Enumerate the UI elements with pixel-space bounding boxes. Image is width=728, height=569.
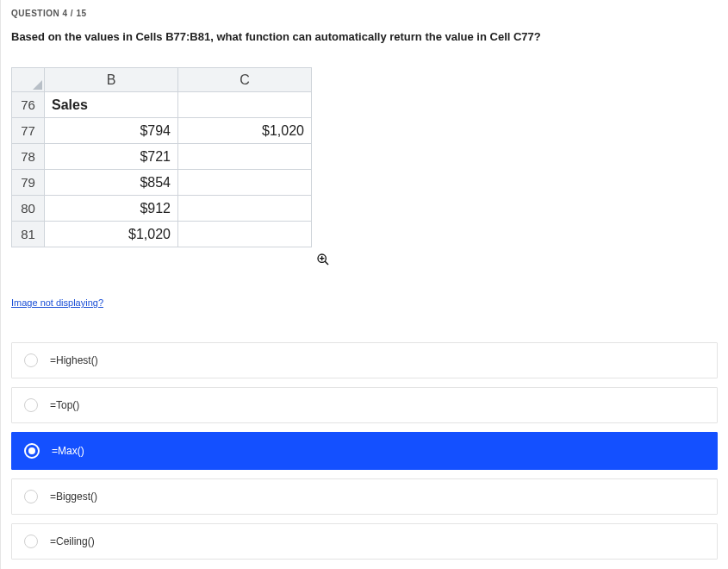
answer-option[interactable]: =Max() (11, 432, 718, 470)
corner-cell (12, 68, 45, 92)
cell-b: $854 (45, 170, 178, 196)
svg-line-1 (325, 261, 328, 265)
spreadsheet-table: B C 76Sales77$794$1,02078$72179$85480$91… (11, 67, 312, 247)
row-header: 79 (12, 170, 45, 196)
answer-label: =Highest() (50, 354, 98, 366)
cell-b: $794 (45, 118, 178, 144)
col-header-c: C (178, 68, 312, 92)
cell-c (178, 144, 312, 170)
zoom-icon[interactable] (316, 253, 330, 270)
radio-icon (24, 353, 38, 367)
cell-c: $1,020 (178, 118, 312, 144)
radio-icon (24, 443, 40, 459)
options-list: =Highest()=Top()=Max()=Biggest()=Ceiling… (11, 342, 718, 560)
radio-icon (24, 535, 38, 548)
answer-label: =Biggest() (50, 491, 97, 503)
row-header: 78 (12, 144, 45, 170)
cell-c (178, 222, 312, 247)
cell-b: $721 (45, 144, 178, 170)
cell-c (178, 196, 312, 222)
cell-b: $912 (45, 196, 178, 222)
image-not-displaying-link[interactable]: Image not displaying? (11, 297, 103, 308)
col-header-b: B (45, 68, 178, 92)
radio-icon (24, 490, 38, 503)
cell-c (178, 170, 312, 196)
answer-option[interactable]: =Highest() (11, 342, 718, 378)
radio-icon (24, 398, 38, 412)
cell-b: Sales (45, 92, 178, 118)
answer-label: =Ceiling() (50, 535, 95, 547)
answer-label: =Max() (52, 445, 84, 457)
answer-option[interactable]: =Ceiling() (11, 523, 718, 560)
answer-option[interactable]: =Top() (11, 387, 718, 423)
row-header: 80 (12, 196, 45, 222)
question-counter: QUESTION 4 / 15 (11, 9, 718, 18)
answer-label: =Top() (50, 399, 79, 411)
answer-option[interactable]: =Biggest() (11, 478, 718, 515)
row-header: 76 (12, 92, 45, 118)
row-header: 77 (12, 118, 45, 144)
row-header: 81 (12, 222, 45, 247)
question-text: Based on the values in Cells B77:B81, wh… (11, 30, 718, 43)
cell-c (178, 92, 312, 118)
spreadsheet-image: B C 76Sales77$794$1,02078$72179$85480$91… (11, 67, 718, 270)
cell-b: $1,020 (45, 222, 178, 247)
